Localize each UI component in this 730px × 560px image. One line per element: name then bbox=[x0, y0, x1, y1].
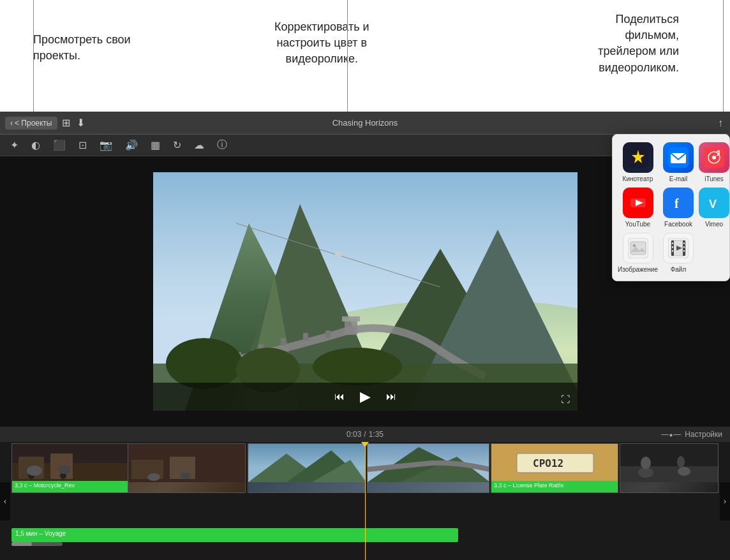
clip-2-label bbox=[128, 481, 245, 492]
clip-6-label bbox=[620, 481, 718, 492]
clip-5[interactable]: СРО12 3,3 с – License Plate Rattle bbox=[491, 443, 618, 493]
playhead bbox=[365, 442, 366, 560]
fullscreen-button[interactable]: ⛶ bbox=[561, 394, 570, 404]
speed-button[interactable]: ↻ bbox=[170, 138, 184, 152]
projects-button[interactable]: ‹ < Проекты bbox=[5, 117, 57, 129]
svg-rect-81 bbox=[683, 242, 685, 244]
toolbar: ‹ < Проекты ⊞ ⬇ Chasing Horizons ↑ bbox=[0, 112, 730, 135]
itunes-icon bbox=[699, 142, 729, 173]
annotation-left: Просмотреть свои проекты. bbox=[33, 32, 161, 64]
total-time: 1:35 bbox=[369, 430, 384, 439]
clip-4-thumb bbox=[368, 444, 489, 482]
volume-button[interactable]: 🔊 bbox=[123, 138, 140, 152]
clip-1[interactable]: 3,3 с – Motorcycle_Rev bbox=[11, 443, 128, 493]
svg-rect-82 bbox=[683, 246, 685, 248]
share-kinoteatr[interactable]: Кинотеатр bbox=[618, 142, 658, 182]
progress-bar bbox=[11, 542, 63, 546]
svg-rect-14 bbox=[325, 330, 331, 338]
camera-button[interactable]: 📷 bbox=[97, 138, 115, 152]
share-button[interactable]: ↑ bbox=[716, 115, 725, 131]
image-label: Изображение bbox=[618, 266, 658, 273]
scroll-right-button[interactable]: › bbox=[720, 482, 730, 520]
magic-wand-icon: ✦ bbox=[10, 139, 19, 151]
svg-rect-83 bbox=[683, 250, 685, 252]
facebook-svg: f bbox=[668, 193, 689, 213]
import-icon: ⬇ bbox=[77, 117, 85, 129]
clip-6[interactable] bbox=[620, 443, 719, 493]
crop-icon: ⊡ bbox=[78, 139, 87, 151]
clip-2[interactable] bbox=[128, 443, 246, 493]
email-label: E-mail bbox=[669, 175, 687, 182]
email-icon bbox=[663, 142, 694, 173]
annotation-right: Поделитьсяфильмом,трейлером иливидеороли… bbox=[598, 11, 679, 76]
email-svg bbox=[668, 147, 689, 168]
share-vimeo[interactable]: V Vimeo bbox=[699, 188, 729, 228]
speed-icon: ↻ bbox=[173, 139, 181, 151]
progress-fill bbox=[11, 542, 32, 546]
clip-6-thumb bbox=[620, 444, 719, 482]
clip-4[interactable] bbox=[367, 443, 489, 493]
import-button[interactable]: ⬇ bbox=[75, 115, 87, 131]
next-track-icon: ⏭ bbox=[386, 391, 396, 402]
timeline: ‹ › 3,3 с – Motorcycle bbox=[0, 442, 730, 560]
facebook-label: Facebook bbox=[664, 221, 692, 228]
settings-slider-icon: —⬥— bbox=[661, 430, 681, 439]
info-button[interactable]: ⓘ bbox=[214, 137, 230, 153]
image-svg bbox=[628, 238, 648, 258]
annotation-center: Корректировать инастроить цвет ввидеорол… bbox=[274, 19, 369, 68]
share-image[interactable]: Изображение bbox=[618, 233, 658, 273]
svg-point-50 bbox=[677, 456, 685, 468]
share-file[interactable]: Файл bbox=[663, 233, 694, 273]
magic-wand-button[interactable]: ✦ bbox=[8, 138, 21, 152]
svg-rect-8 bbox=[335, 252, 341, 256]
list-view-button[interactable]: ⊞ bbox=[60, 115, 72, 131]
bars-icon: ▦ bbox=[151, 139, 160, 151]
playback-controls: ⏮ ▶ ⏭ ⛶ bbox=[153, 383, 577, 411]
scroll-left-button[interactable]: ‹ bbox=[0, 482, 10, 520]
time-separator: / bbox=[364, 430, 366, 439]
vimeo-svg: V bbox=[704, 193, 724, 213]
clip-1-thumb bbox=[12, 444, 128, 482]
svg-point-18 bbox=[313, 348, 402, 386]
svg-point-48 bbox=[678, 467, 690, 476]
crop-button[interactable]: ⊡ bbox=[76, 138, 89, 152]
svg-rect-12 bbox=[281, 338, 286, 346]
facebook-icon: f bbox=[663, 188, 694, 218]
video-scene bbox=[153, 172, 577, 411]
clip-4-label bbox=[368, 481, 489, 492]
share-icon: ↑ bbox=[718, 117, 723, 129]
svg-rect-13 bbox=[303, 333, 308, 341]
clip-3[interactable] bbox=[248, 443, 366, 493]
svg-point-27 bbox=[27, 466, 42, 476]
svg-text:V: V bbox=[709, 198, 717, 210]
youtube-svg bbox=[628, 193, 648, 213]
share-facebook[interactable]: f Facebook bbox=[663, 188, 694, 228]
share-itunes[interactable]: iTunes bbox=[699, 142, 729, 182]
cloud-button[interactable]: ☁ bbox=[191, 138, 207, 152]
share-email[interactable]: E-mail bbox=[663, 142, 694, 182]
list-view-icon: ⊞ bbox=[62, 117, 70, 129]
scroll-left-icon: ‹ bbox=[4, 497, 6, 506]
clip-divider-1 bbox=[247, 443, 248, 493]
audio-track-label: 1,5 мин – Voyage bbox=[15, 530, 66, 537]
bars-button[interactable]: ▦ bbox=[148, 138, 163, 152]
projects-label: < Проекты bbox=[15, 119, 52, 128]
volume-icon: 🔊 bbox=[125, 139, 138, 151]
svg-point-28 bbox=[58, 465, 71, 474]
share-youtube[interactable]: YouTube bbox=[618, 188, 658, 228]
audio-track-1[interactable]: 1,5 мин – Voyage bbox=[11, 528, 458, 542]
play-button[interactable]: ▶ bbox=[360, 388, 371, 405]
clip-3-thumb bbox=[248, 444, 366, 482]
info-icon: ⓘ bbox=[217, 138, 227, 152]
next-frame-button[interactable]: ⏭ bbox=[386, 391, 396, 402]
kinoteatr-icon bbox=[623, 142, 653, 173]
svg-point-16 bbox=[166, 338, 242, 389]
color-button[interactable]: ◐ bbox=[29, 138, 43, 152]
filmstrip-button[interactable]: ⬛ bbox=[50, 138, 68, 152]
youtube-icon bbox=[623, 188, 653, 218]
svg-rect-46 bbox=[620, 466, 719, 482]
svg-rect-78 bbox=[672, 242, 673, 244]
prev-frame-button[interactable]: ⏮ bbox=[334, 391, 345, 402]
clip-5-thumb: СРО12 bbox=[491, 444, 618, 482]
file-label: Файл bbox=[671, 266, 687, 273]
